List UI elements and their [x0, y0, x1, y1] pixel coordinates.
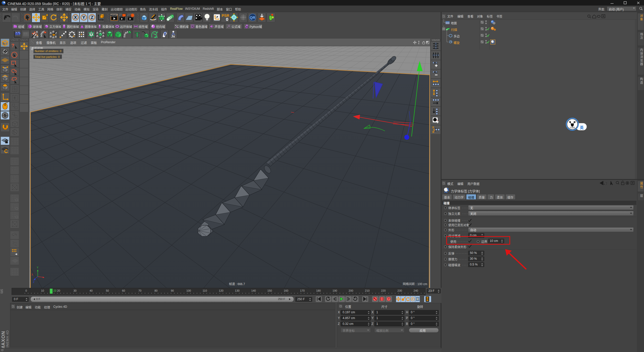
svg-text:Total live particles: 0: Total live particles: 0: [35, 55, 60, 58]
svg-text:Y: Y: [82, 15, 85, 20]
svg-text:170: 170: [300, 289, 305, 292]
svg-text:30: 30: [73, 289, 76, 292]
svg-text:100: 100: [186, 289, 191, 292]
svg-text:50: 50: [106, 289, 109, 292]
svg-text:190: 190: [333, 289, 337, 292]
svg-text:140: 140: [251, 289, 256, 292]
svg-text:R: R: [432, 131, 434, 134]
svg-text:150: 150: [267, 289, 272, 292]
svg-text:80: 80: [154, 289, 157, 292]
svg-text:240: 240: [414, 289, 418, 292]
svg-text:X: X: [74, 15, 77, 20]
svg-text:0: 0: [226, 17, 228, 22]
svg-text:60: 60: [122, 289, 125, 292]
svg-text:90: 90: [171, 289, 174, 292]
svg-text:200: 200: [349, 289, 353, 292]
svg-text:70: 70: [138, 289, 141, 292]
svg-text:210: 210: [365, 289, 370, 292]
svg-text:160: 160: [284, 289, 288, 292]
svg-text:X: X: [31, 273, 33, 276]
svg-text:230: 230: [397, 289, 402, 292]
svg-text:40: 40: [90, 289, 93, 292]
svg-text:130: 130: [235, 289, 239, 292]
svg-text:?: ?: [11, 43, 14, 48]
svg-text:220: 220: [381, 289, 386, 292]
svg-text:110: 110: [203, 289, 207, 292]
svg-text:0: 0: [25, 289, 27, 292]
svg-text:23: 23: [53, 289, 56, 292]
svg-text:Z: Z: [33, 281, 34, 283]
svg-text:10: 10: [41, 289, 44, 292]
svg-text:S: S: [4, 113, 7, 118]
svg-text:Z: Z: [91, 15, 93, 20]
svg-text:网格间距 : 100 cm: 网格间距 : 100 cm: [403, 282, 427, 286]
svg-text:P: P: [412, 298, 414, 301]
svg-text:行走的: 行走的: [570, 126, 575, 129]
svg-text:20: 20: [57, 289, 60, 292]
svg-text:T: T: [135, 31, 140, 38]
svg-text:QR: QR: [250, 15, 256, 20]
svg-text:.fx: .fx: [171, 34, 175, 38]
svg-text:?: ?: [388, 297, 390, 300]
svg-text:120: 120: [219, 289, 223, 292]
svg-text:帧速 : 666.7: 帧速 : 666.7: [229, 282, 245, 286]
svg-text:180: 180: [316, 289, 321, 292]
svg-text:Number of emitters: 0: Number of emitters: 0: [35, 50, 61, 53]
svg-text:Y: Y: [37, 266, 38, 269]
